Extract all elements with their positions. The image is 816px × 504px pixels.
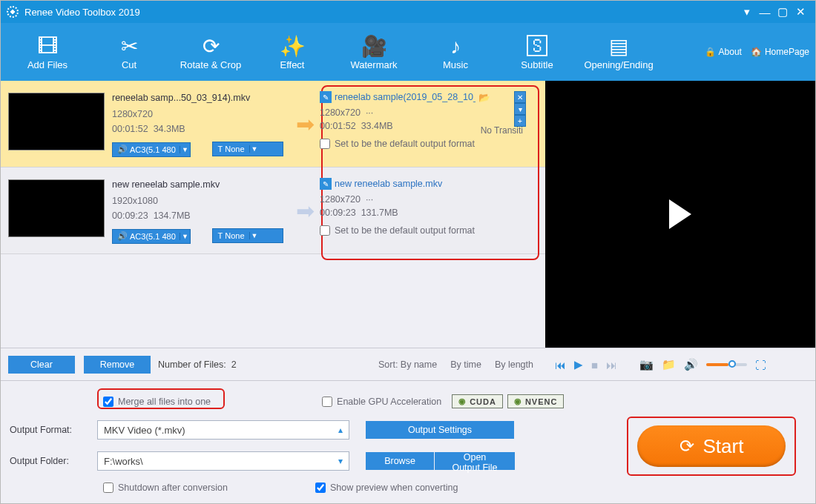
stop-icon[interactable]: ■ — [591, 359, 598, 371]
refresh-icon: ⟳ — [680, 436, 694, 457]
output-folder-value: F:\works\ — [104, 456, 143, 467]
sort-by-time[interactable]: By time — [450, 359, 481, 370]
subtitle-button[interactable]: 🅂Subtitle — [496, 23, 578, 81]
settings-panel: Merge all files into one Enable GPU Acce… — [1, 380, 815, 503]
main-area: reneelab samp...50_03_914).mkv 1280x720 … — [1, 81, 815, 348]
file-list: reneelab samp...50_03_914).mkv 1280x720 … — [1, 81, 545, 348]
file-duration-size: 00:01:52 34.3MB — [112, 124, 286, 134]
window-minimize-icon[interactable]: — — [756, 6, 774, 19]
music-label: Music — [443, 59, 468, 70]
edit-icon[interactable]: ✎ — [320, 91, 332, 103]
output-folder-dropdown[interactable]: F:\works\▾ — [97, 451, 349, 471]
move-down-icon[interactable]: ▾ — [514, 103, 526, 115]
effect-button[interactable]: ✨Effect — [251, 23, 333, 81]
audio-track-dropdown[interactable]: 🔊 AC3(5.1 480▼ — [112, 142, 191, 157]
start-label: Start — [703, 435, 744, 458]
output-format-dropdown[interactable]: MKV Video (*.mkv)▴ — [97, 420, 349, 440]
volume-icon[interactable]: 🔊 — [684, 358, 698, 371]
text-track-dropdown[interactable]: T None▼ — [212, 142, 283, 156]
chevron-up-icon: ▴ — [338, 425, 343, 435]
folder-plus-icon[interactable]: 📂 — [478, 92, 490, 103]
file-row[interactable]: reneelab samp...50_03_914).mkv 1280x720 … — [1, 81, 545, 168]
folder-icon[interactable]: 📁 — [662, 358, 676, 371]
transition-label: No Transiti — [481, 125, 523, 136]
shutdown-checkbox[interactable]: Shutdown after conversion — [103, 483, 228, 493]
cut-label: Cut — [122, 59, 136, 70]
volume-slider[interactable] — [706, 363, 747, 366]
main-toolbar: 🎞Add Files ✂Cut ⟳Rotate & Crop ✨Effect 🎥… — [1, 23, 815, 81]
shutdown-label: Shutdown after conversion — [118, 483, 228, 493]
edit-icon[interactable]: ✎ — [320, 178, 332, 190]
music-button[interactable]: ♪Music — [415, 23, 496, 81]
start-button[interactable]: ⟳ Start — [637, 425, 786, 467]
open-output-button[interactable]: Open Output File — [435, 452, 515, 470]
rotate-label: Rotate & Crop — [180, 59, 241, 70]
title-bar: Renee Video Toolbox 2019 ▾ — ▢ ✕ — [1, 1, 815, 23]
about-label: About — [719, 47, 742, 57]
cuda-badge: ◉CUDA — [452, 394, 503, 408]
sort-by-length[interactable]: By length — [495, 359, 533, 370]
menu-dropdown-icon[interactable]: ▾ — [738, 5, 756, 19]
audio-track-dropdown[interactable]: 🔊 AC3(5.1 480▼ — [112, 229, 191, 244]
video-thumbnail — [8, 179, 105, 237]
video-preview[interactable] — [545, 81, 815, 348]
chevron-down-icon: ▾ — [338, 456, 343, 466]
film-plus-icon: 🎞 — [37, 34, 58, 59]
lock-icon: 🔒 — [705, 47, 716, 57]
file-resolution: 1920x1080 — [112, 196, 286, 206]
default-format-checkbox[interactable]: Set to be the default output format — [320, 139, 475, 149]
more-icon[interactable]: ··· — [366, 107, 373, 118]
file-row[interactable]: new reneelab sample.mkv 1920x1080 00:09:… — [1, 168, 545, 254]
more-icon[interactable]: ··· — [366, 194, 373, 205]
remove-button[interactable]: Remove — [84, 356, 151, 374]
chevron-down-icon: ▼ — [249, 232, 260, 239]
merge-checkbox[interactable]: Merge all files into one — [103, 397, 211, 407]
chevron-down-icon: ▼ — [249, 145, 260, 153]
text-track-dropdown[interactable]: T None▼ — [212, 228, 283, 243]
camera-icon[interactable]: 📷 — [639, 358, 654, 371]
gpu-label: Enable GPU Acceleration — [337, 397, 441, 407]
scissors-icon: ✂ — [121, 34, 138, 59]
app-logo-icon — [7, 6, 19, 18]
sort-label: Sort: By name — [378, 359, 437, 370]
homepage-label: HomePage — [765, 47, 809, 57]
homepage-link[interactable]: 🏠HomePage — [751, 47, 809, 57]
watermark-label: Watermark — [350, 59, 397, 70]
preview-label: Show preview when converting — [330, 483, 458, 493]
about-link[interactable]: 🔒About — [705, 47, 742, 57]
nvenc-badge: ◉NVENC — [507, 394, 565, 408]
sparkle-icon: ✨ — [280, 34, 306, 59]
default-format-checkbox[interactable]: Set to be the default output format — [320, 225, 475, 236]
cut-button[interactable]: ✂Cut — [88, 23, 170, 81]
gpu-checkbox[interactable]: Enable GPU Acceleration — [322, 397, 441, 407]
merge-label: Merge all files into one — [118, 397, 211, 407]
reel-icon: 🎥 — [361, 34, 387, 59]
play-button-icon[interactable]: ▶ — [574, 358, 583, 371]
file-count-label: Number of Files: 2 — [158, 359, 237, 370]
output-size: 33.4MB — [361, 121, 393, 131]
chevron-down-icon: ▼ — [180, 146, 190, 153]
window-close-icon[interactable]: ✕ — [792, 5, 809, 19]
add-files-button[interactable]: 🎞Add Files — [7, 23, 88, 81]
credits-icon: ▤ — [609, 34, 628, 59]
note-icon: ♪ — [450, 34, 461, 59]
remove-row-icon[interactable]: ✕ — [514, 91, 526, 103]
output-settings-button[interactable]: Output Settings — [366, 421, 514, 439]
output-format-label: Output Format: — [10, 425, 97, 435]
next-icon[interactable]: ⏭ — [606, 359, 617, 371]
fullscreen-icon[interactable]: ⛶ — [755, 359, 766, 371]
watermark-button[interactable]: 🎥Watermark — [333, 23, 415, 81]
window-maximize-icon[interactable]: ▢ — [774, 5, 792, 19]
rotate-crop-button[interactable]: ⟳Rotate & Crop — [170, 23, 251, 81]
video-thumbnail — [8, 93, 105, 150]
prev-icon[interactable]: ⏮ — [555, 359, 566, 371]
subtitle-icon: 🅂 — [527, 34, 547, 59]
clear-button[interactable]: Clear — [8, 356, 75, 374]
preview-controls: ⏮ ▶ ■ ⏭ 📷 📁 🔊 ⛶ — [546, 348, 816, 381]
opening-ending-button[interactable]: ▤Opening/Ending — [578, 23, 659, 81]
preview-checkbox[interactable]: Show preview when converting — [315, 483, 458, 493]
opening-label: Opening/Ending — [584, 59, 653, 70]
output-duration: 00:09:23 — [320, 208, 356, 218]
browse-button[interactable]: Browse — [366, 452, 434, 470]
home-icon: 🏠 — [751, 47, 762, 57]
